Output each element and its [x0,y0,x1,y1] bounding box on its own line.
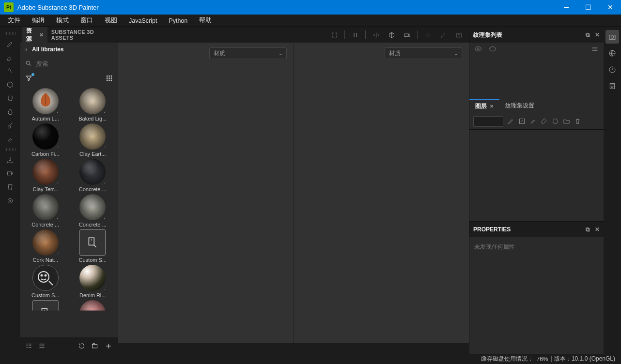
asset-item[interactable]: ⋰ [71,300,115,326]
send-to-tool[interactable] [2,167,18,180]
render-tool[interactable] [2,195,18,207]
add-paint-layer-icon[interactable] [529,118,537,125]
add-fill-layer-icon[interactable] [541,118,548,125]
breadcrumb[interactable]: › All libraries [20,43,118,56]
asset-label: Baked Lig... [78,116,107,121]
add-effect-icon[interactable] [507,118,514,125]
asset-item[interactable]: ⋰Concrete ... [71,194,115,228]
asset-item[interactable]: ⋰Carbon Fi... [23,123,68,157]
asset-item[interactable]: ⋰Cork Nat... [23,229,68,263]
filter-button[interactable] [25,75,32,82]
eraser-tool[interactable] [2,51,18,64]
menu-bar: 文件 编辑 模式 窗口 视图 JavaScript Python 帮助 [0,15,621,27]
material-sphere-icon: ⋰ [79,265,106,291]
properties-body [469,257,604,354]
asset-item[interactable]: ⋰Clay Terr... [23,159,68,192]
material-picker-tool[interactable] [2,119,18,132]
svg-point-16 [41,275,42,276]
properties-title: PROPERTIES [473,226,511,233]
asset-item[interactable]: ⋰Concrete ... [23,194,68,228]
perspective-icon[interactable] [384,29,399,41]
close-icon[interactable]: ✕ [595,31,600,38]
menu-file[interactable]: 文件 [3,15,25,26]
add-smart-material-icon[interactable] [552,118,559,125]
lighting-icon[interactable] [420,29,435,41]
brush-icon[interactable] [436,29,450,41]
add-button[interactable]: ＋ [104,340,113,351]
viewport-2d[interactable]: 材质⌄ [294,43,469,343]
add-mask-icon[interactable] [518,118,526,125]
visibility-icon[interactable] [489,45,497,53]
shelf-strip [118,343,469,354]
menu-help[interactable]: 帮助 [194,15,217,26]
menu-python[interactable]: Python [164,16,192,26]
history-icon[interactable] [605,63,619,76]
minimize-button[interactable]: ─ [556,0,577,15]
toolbar-grip-icon [5,32,16,35]
paint-tool[interactable] [2,38,18,50]
tab-texture-set-settings[interactable]: 纹理集设置 [499,99,540,113]
close-icon[interactable]: ✕ [490,104,494,109]
asset-item[interactable]: ⋰Baked Lig... [71,88,115,121]
list-expand-button[interactable] [38,342,46,349]
add-folder-icon[interactable] [563,118,570,125]
asset-item[interactable] [23,300,68,326]
tab-assets[interactable]: 资源✕ [22,27,47,43]
cache-label: 缓存磁盘使用情况： [481,355,533,363]
polygon-fill-tool[interactable] [2,78,18,91]
close-icon[interactable]: ✕ [39,32,44,38]
menu-window[interactable]: 窗口 [76,15,98,26]
search-input[interactable] [36,60,117,67]
projection-tool[interactable] [2,65,18,77]
asset-item[interactable]: ⋰Denim Ri... [71,265,115,298]
camera-capture-icon[interactable] [605,30,619,44]
physical-paint-tool[interactable] [2,133,18,145]
close-button[interactable]: ✕ [599,0,621,15]
asset-label: Denim Ri... [79,292,106,298]
maximize-button[interactable]: ☐ [577,0,599,15]
close-icon[interactable]: ✕ [595,226,600,233]
symmetry-icon[interactable] [369,29,383,41]
list-collapse-button[interactable] [25,342,32,349]
settings-lines-icon[interactable] [591,45,599,53]
menu-edit[interactable]: 编辑 [27,15,49,26]
tab-substance-assets[interactable]: SUBSTANCE 3D ASSETS [47,27,116,43]
bake-tool[interactable] [2,181,18,194]
asset-item[interactable]: ⋰Autumn L... [23,88,68,121]
tab-layers[interactable]: 图层✕ [469,99,499,113]
viewport-channel-dropdown[interactable]: 材质⌄ [385,47,462,59]
pause-icon[interactable] [348,29,362,41]
material-sphere-icon: ⋰ [32,229,59,256]
menu-javascript[interactable]: JavaScript [124,16,162,26]
asset-item[interactable]: Custom S... [23,265,68,298]
undock-icon[interactable]: ⧉ [586,31,590,38]
grid-view-button[interactable] [106,75,113,82]
asset-item[interactable]: ⋰Concrete ... [71,159,115,192]
export-tool[interactable] [2,154,18,167]
log-icon[interactable] [605,79,619,93]
menu-view[interactable]: 视图 [100,15,122,26]
asset-label: Clay Eart... [79,151,106,157]
viewport-3d[interactable]: 材质⌄ [118,43,294,343]
asset-label: Carbon Fi... [31,151,59,157]
asset-item[interactable]: Custom S... [71,229,115,263]
refresh-button[interactable] [78,342,85,349]
svg-point-3 [10,200,11,202]
asset-label: Concrete ... [31,222,59,228]
smudge-tool[interactable] [2,92,18,105]
visibility-all-icon[interactable] [474,45,482,53]
menu-mode[interactable]: 模式 [51,15,74,26]
app-logo-icon: Pt [4,2,14,12]
undock-icon[interactable]: ⧉ [586,226,590,233]
asset-item[interactable]: ⋰Clay Eart... [71,123,115,157]
toggle-selection-icon[interactable] [327,29,342,41]
asset-label: Concrete ... [79,186,107,192]
screenshot-icon[interactable] [451,29,466,41]
clone-tool[interactable] [2,106,18,118]
blend-mode-dropdown[interactable] [473,116,503,127]
delete-layer-icon[interactable] [574,118,581,125]
camera-icon[interactable] [400,29,414,41]
environment-icon[interactable] [605,46,619,60]
new-folder-button[interactable] [91,342,98,349]
viewport-channel-dropdown[interactable]: 材质⌄ [209,47,287,59]
